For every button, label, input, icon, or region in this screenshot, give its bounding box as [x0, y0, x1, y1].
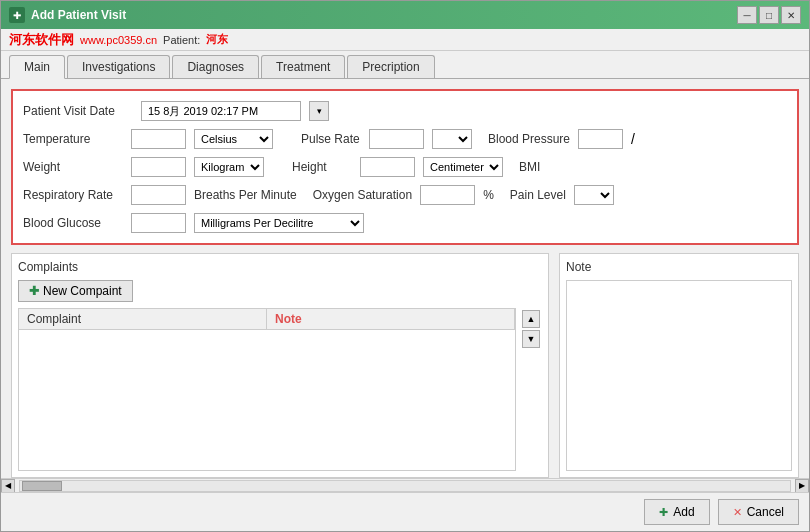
content-area: Patient Visit Date ▾ Temperature Celsius… — [1, 79, 809, 478]
maximize-button[interactable]: □ — [759, 6, 779, 24]
complaints-table-area: Complaint Note ▲ ▼ — [18, 308, 542, 471]
weight-label: Weight — [23, 160, 123, 174]
visit-date-input[interactable] — [141, 101, 301, 121]
vitals-box: Patient Visit Date ▾ Temperature Celsius… — [11, 89, 799, 245]
bottom-sections: Complaints ✚ New Compaint Complaint Note — [11, 253, 799, 478]
blood-pressure-label: Blood Pressure — [488, 132, 570, 146]
title-bar-left: ✚ Add Patient Visit — [9, 7, 126, 23]
scroll-right-arrow[interactable]: ▶ — [795, 479, 809, 493]
close-button[interactable]: ✕ — [781, 6, 801, 24]
minimize-button[interactable]: ─ — [737, 6, 757, 24]
plus-icon: ✚ — [29, 284, 39, 298]
window-title: Add Patient Visit — [31, 8, 126, 22]
title-controls: ─ □ ✕ — [737, 6, 801, 24]
complaint-table-header: Complaint Note — [19, 309, 515, 330]
scroll-up-button[interactable]: ▲ — [522, 310, 540, 328]
temperature-unit-select[interactable]: Celsius Fahrenheit — [194, 129, 273, 149]
pulse-rate-unit-select[interactable]: bpm — [432, 129, 472, 149]
pulse-rate-input[interactable] — [369, 129, 424, 149]
oxygen-saturation-unit: % — [483, 188, 494, 202]
scroll-down-button[interactable]: ▼ — [522, 330, 540, 348]
vitals-row-1: Temperature Celsius Fahrenheit Pulse Rat… — [23, 129, 787, 149]
blood-glucose-input[interactable] — [131, 213, 186, 233]
complaint-table-body — [19, 330, 515, 470]
complaints-title: Complaints — [18, 260, 542, 274]
complaint-table: Complaint Note — [18, 308, 516, 471]
tabs-bar: Main Investigations Diagnoses Treatment … — [1, 51, 809, 79]
blood-pressure-input-1[interactable] — [578, 129, 623, 149]
watermark-site: 河东软件网 — [9, 31, 74, 49]
note-col-header: Note — [267, 309, 515, 329]
tab-treatment[interactable]: Treatment — [261, 55, 345, 78]
temperature-input[interactable] — [131, 129, 186, 149]
pain-level-label: Pain Level — [510, 188, 566, 202]
height-input[interactable] — [360, 157, 415, 177]
complaint-scroll-buttons: ▲ ▼ — [520, 308, 542, 471]
add-icon: ✚ — [659, 506, 668, 519]
note-section: Note — [559, 253, 799, 478]
complaints-section: Complaints ✚ New Compaint Complaint Note — [11, 253, 549, 478]
blood-glucose-unit-select[interactable]: Milligrams Per Decilitre mmol/L — [194, 213, 364, 233]
patient-label: Patient: — [163, 34, 200, 46]
add-label: Add — [673, 505, 694, 519]
note-title: Note — [566, 260, 792, 274]
title-bar: ✚ Add Patient Visit ─ □ ✕ — [1, 1, 809, 29]
bottom-action-bar: ✚ Add ✕ Cancel — [1, 492, 809, 531]
main-window: ✚ Add Patient Visit ─ □ ✕ 河东软件网 www.pc03… — [0, 0, 810, 532]
complaint-col-header: Complaint — [19, 309, 267, 329]
patient-name: 河东 — [206, 32, 228, 47]
new-complaint-label: New Compaint — [43, 284, 122, 298]
height-unit-select[interactable]: Centimeter Inch — [423, 157, 503, 177]
height-label: Height — [292, 160, 352, 174]
tab-main[interactable]: Main — [9, 55, 65, 79]
horizontal-scrollbar: ◀ ▶ — [1, 478, 809, 492]
scrollbar-thumb — [22, 481, 62, 491]
watermark-url: www.pc0359.cn — [80, 34, 157, 46]
tab-investigations[interactable]: Investigations — [67, 55, 170, 78]
new-complaint-button[interactable]: ✚ New Compaint — [18, 280, 133, 302]
bmi-label: BMI — [519, 160, 540, 174]
cancel-icon: ✕ — [733, 506, 742, 519]
vitals-row-3: Respiratory Rate Breaths Per Minute Oxyg… — [23, 185, 787, 205]
respiratory-rate-input[interactable] — [131, 185, 186, 205]
visit-date-row: Patient Visit Date ▾ — [23, 101, 787, 121]
vitals-row-2: Weight Kilogram Pound Height Centimeter … — [23, 157, 787, 177]
oxygen-saturation-input[interactable] — [420, 185, 475, 205]
date-dropdown-button[interactable]: ▾ — [309, 101, 329, 121]
cancel-label: Cancel — [747, 505, 784, 519]
tab-diagnoses[interactable]: Diagnoses — [172, 55, 259, 78]
app-icon: ✚ — [9, 7, 25, 23]
watermark-bar: 河东软件网 www.pc0359.cn Patient: 河东 — [1, 29, 809, 51]
respiratory-rate-unit: Breaths Per Minute — [194, 188, 297, 202]
scroll-left-arrow[interactable]: ◀ — [1, 479, 15, 493]
tab-prescription[interactable]: Precription — [347, 55, 434, 78]
pain-level-select[interactable]: 012345678910 — [574, 185, 614, 205]
oxygen-saturation-label: Oxygen Saturation — [313, 188, 412, 202]
weight-input[interactable] — [131, 157, 186, 177]
respiratory-rate-label: Respiratory Rate — [23, 188, 123, 202]
blood-glucose-label: Blood Glucose — [23, 216, 123, 230]
cancel-button[interactable]: ✕ Cancel — [718, 499, 799, 525]
visit-date-label: Patient Visit Date — [23, 104, 133, 118]
add-button[interactable]: ✚ Add — [644, 499, 709, 525]
pulse-rate-label: Pulse Rate — [301, 132, 361, 146]
bp-slash: / — [631, 131, 635, 147]
scrollbar-track[interactable] — [19, 480, 791, 492]
note-textarea[interactable] — [566, 280, 792, 471]
temperature-label: Temperature — [23, 132, 123, 146]
vitals-row-4: Blood Glucose Milligrams Per Decilitre m… — [23, 213, 787, 233]
weight-unit-select[interactable]: Kilogram Pound — [194, 157, 264, 177]
